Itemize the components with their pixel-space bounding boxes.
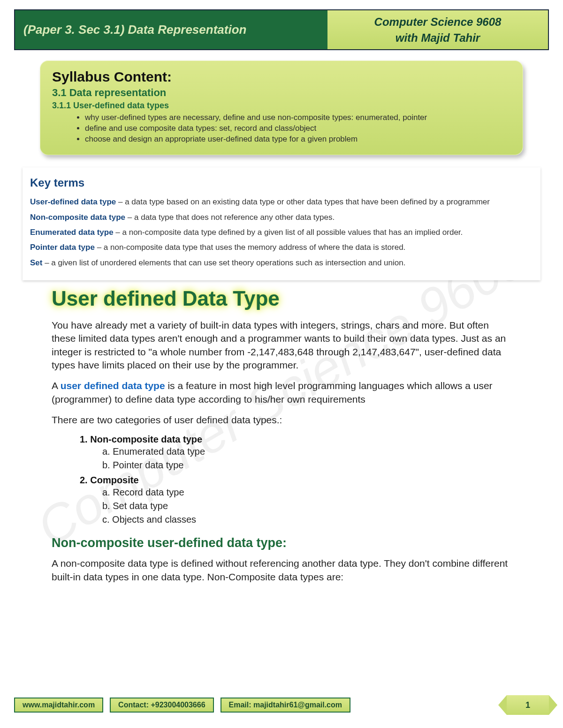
key-term-name: Enumerated data type: [30, 228, 114, 237]
key-terms-title: Key terms: [30, 174, 533, 191]
inline-term-link: user defined data type: [61, 380, 165, 391]
key-term-name: User-defined data type: [30, 197, 116, 206]
key-term-def: – a data type based on an existing data …: [116, 197, 490, 206]
section-heading: Non-composite user-defined data type:: [52, 536, 511, 550]
header-right-title: Computer Science 9608 with Majid Tahir: [327, 10, 548, 49]
footer-email: Email: majidtahir61@gmail.com: [221, 698, 350, 713]
syllabus-subtitle: 3.1 Data representation: [52, 87, 511, 99]
key-term-name: Set: [30, 258, 42, 267]
syllabus-bullet-list: why user-defined types are necessary, de…: [85, 113, 511, 145]
list-item-heading: 2. Composite: [80, 475, 511, 486]
key-term-def: – a non-composite data type defined by a…: [114, 228, 463, 237]
syllabus-subsubtitle: 3.1.1 User-defined data types: [52, 101, 511, 111]
text: A: [52, 380, 61, 391]
key-term-def: – a non-composite data type that uses th…: [95, 243, 405, 252]
key-terms-box: Key terms User-defined data type – a dat…: [23, 167, 540, 280]
key-term-row: Non-composite data type – a data type th…: [30, 211, 533, 224]
syllabus-title: Syllabus Content:: [52, 69, 511, 85]
paragraph: A non-composite data type is defined wit…: [52, 557, 511, 584]
list-subitem: b. Pointer data type: [102, 458, 511, 472]
header-left-title: (Paper 3. Sec 3.1) Data Representation: [15, 10, 327, 49]
paragraph: You have already met a variety of built-…: [52, 319, 511, 372]
header-author: with Majid Tahir: [332, 30, 543, 46]
key-term-row: User-defined data type – a data type bas…: [30, 196, 533, 208]
syllabus-bullet: why user-defined types are necessary, de…: [85, 113, 511, 123]
paragraph: A user defined data type is a feature in…: [52, 379, 511, 406]
list-subitem: a. Record data type: [102, 486, 511, 499]
list-subitem: b. Set data type: [102, 499, 511, 513]
document-footer: www.majidtahir.com Contact: +92300400366…: [14, 695, 549, 715]
syllabus-bullet: define and use composite data types: set…: [85, 123, 511, 134]
key-term-row: Set – a given list of unordered elements…: [30, 257, 533, 269]
syllabus-bullet: choose and design an appropriate user-de…: [85, 134, 511, 145]
main-heading: User defined Data Type: [52, 287, 511, 310]
key-term-name: Pointer data type: [30, 243, 95, 252]
main-content: User defined Data Type You have already …: [14, 287, 549, 584]
paragraph: There are two categories of user defined…: [52, 413, 511, 427]
list-subitem: a. Enumerated data type: [102, 445, 511, 458]
footer-contact: Contact: +923004003666: [110, 698, 213, 713]
key-term-name: Non-composite data type: [30, 213, 125, 222]
key-term-def: – a given list of unordered elements tha…: [42, 258, 405, 267]
key-term-def: – a data type that does not reference an…: [125, 213, 335, 222]
key-term-row: Enumerated data type – a non-composite d…: [30, 226, 533, 239]
list-item-heading: 1. Non-composite data type: [80, 434, 511, 445]
document-header: (Paper 3. Sec 3.1) Data Representation C…: [14, 9, 549, 50]
categories-list: 1. Non-composite data type a. Enumerated…: [80, 434, 511, 526]
key-term-row: Pointer data type – a non-composite data…: [30, 241, 533, 254]
header-course: Computer Science 9608: [332, 14, 543, 30]
page-number: 1: [525, 700, 530, 710]
syllabus-content-box: Syllabus Content: 3.1 Data representatio…: [40, 60, 523, 155]
list-subitem: c. Objects and classes: [102, 513, 511, 526]
page-number-ribbon: 1: [507, 695, 549, 715]
footer-website: www.majidtahir.com: [14, 698, 103, 713]
